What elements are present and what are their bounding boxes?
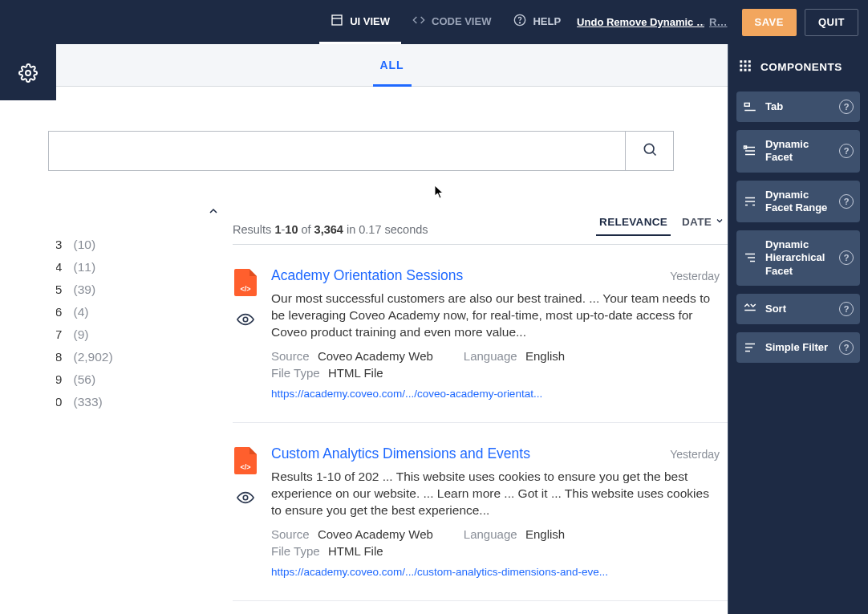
facet-label: 2014	[56, 260, 62, 274]
result-excerpt: Our most successful customers are also o…	[271, 291, 720, 341]
component-dynamic-facet[interactable]: Dynamic Facet ?	[736, 130, 860, 173]
grid-icon	[738, 59, 752, 75]
html-file-icon	[234, 447, 257, 474]
component-dynamic-hierarchical-facet[interactable]: Dynamic Hierarchical Facet ?	[736, 230, 860, 286]
search-button[interactable]	[625, 132, 673, 170]
facet-label: 2018	[56, 350, 62, 364]
chevron-down-icon	[715, 216, 724, 228]
facet-item-2020[interactable]: 2020 (333)	[56, 391, 220, 413]
save-button[interactable]: SAVE	[742, 9, 797, 36]
component-label: Sort	[765, 303, 831, 315]
facet-item-2017[interactable]: 2017 (9)	[56, 323, 220, 346]
component-help-icon[interactable]: ?	[839, 100, 854, 114]
result-date: Yesterday	[670, 270, 720, 283]
svg-point-8	[243, 495, 248, 500]
components-panel: COMPONENTS Tab ? Dynamic Facet ? Dynamic…	[728, 44, 868, 614]
facet-count: (10)	[73, 238, 95, 252]
results-summary: Results 1-10 of 3,364 in 0.17 seconds	[233, 223, 428, 236]
facet-item-2018[interactable]: 2018 (2,902)	[56, 346, 220, 368]
component-icon	[743, 302, 757, 316]
tab-all-label: ALL	[379, 59, 404, 71]
sort-relevance[interactable]: RELEVANCE	[596, 209, 671, 236]
svg-rect-15	[740, 69, 742, 71]
facet-count: (333)	[73, 395, 102, 409]
facet-year: Year 2013 (10) 2014 (11) 2015 (39) 2016 …	[56, 195, 233, 614]
component-icon	[743, 250, 757, 265]
ui-view-tab[interactable]: UI VIEW	[319, 0, 401, 44]
component-icon	[743, 340, 757, 355]
code-view-icon	[412, 14, 425, 29]
svg-rect-10	[744, 60, 747, 63]
svg-rect-12	[740, 65, 742, 67]
component-help-icon[interactable]: ?	[839, 250, 854, 265]
facet-count: (39)	[73, 283, 95, 297]
component-label: Simple Filter	[765, 341, 831, 354]
code-view-tab[interactable]: CODE VIEW	[401, 0, 502, 44]
facet-label: 2016	[56, 305, 62, 319]
result-url[interactable]: https://academy.coveo.com/.../coveo-acad…	[271, 388, 720, 400]
svg-rect-13	[744, 65, 747, 67]
svg-rect-16	[744, 69, 747, 71]
facet-label: 2019	[56, 372, 62, 387]
undo-link[interactable]: Undo Remove Dynamic …	[572, 0, 704, 44]
redo-link[interactable]: R…	[704, 0, 732, 44]
component-help-icon[interactable]: ?	[839, 340, 854, 355]
html-file-icon	[234, 269, 257, 296]
svg-rect-11	[748, 60, 751, 63]
component-label: Tab	[765, 100, 831, 113]
component-icon	[743, 194, 757, 209]
result-item: Custom Analytics Dimensions and Events Y…	[233, 423, 728, 601]
component-help-icon[interactable]: ?	[839, 302, 854, 316]
component-icon	[743, 100, 757, 114]
svg-line-6	[652, 152, 655, 156]
svg-point-3	[520, 22, 521, 22]
preview-icon[interactable]	[237, 489, 254, 510]
search-icon	[642, 141, 658, 161]
component-help-icon[interactable]: ?	[839, 144, 854, 158]
component-simple-filter[interactable]: Simple Filter ?	[736, 332, 860, 363]
svg-rect-9	[740, 60, 742, 63]
component-label: Dynamic Facet	[765, 138, 831, 165]
facet-label: 2015	[56, 283, 62, 297]
help-label: HELP	[533, 15, 561, 27]
result-excerpt: Results 1-10 of 202 ... This website use…	[271, 469, 720, 519]
preview-icon[interactable]	[237, 311, 254, 331]
component-icon	[743, 144, 757, 158]
quit-button[interactable]: QUIT	[805, 9, 858, 36]
result-date: Yesterday	[670, 448, 720, 461]
ui-view-icon	[331, 14, 343, 29]
results-column: Results 1-10 of 3,364 in 0.17 seconds RE…	[233, 195, 728, 614]
svg-point-7	[243, 317, 248, 322]
help-tab[interactable]: HELP	[502, 0, 572, 44]
tabs-row: ALL	[56, 44, 728, 87]
facet-item-2015[interactable]: 2015 (39)	[56, 279, 220, 301]
sort-date[interactable]: DATE	[679, 209, 728, 236]
result-item: Academy Orientation Sessions Yesterday O…	[233, 245, 728, 423]
sort-date-label: DATE	[682, 216, 712, 228]
component-sort[interactable]: Sort ?	[736, 294, 860, 324]
facet-label: 2020	[56, 395, 62, 409]
component-help-icon[interactable]: ?	[839, 194, 854, 209]
facet-count: (9)	[73, 327, 88, 342]
chevron-up-icon[interactable]	[207, 205, 220, 221]
search-input[interactable]	[49, 132, 625, 170]
facet-item-2016[interactable]: 2016 (4)	[56, 301, 220, 323]
result-title[interactable]: Academy Orientation Sessions	[271, 267, 463, 284]
top-bar: UI VIEW CODE VIEW HELP Undo Remove Dynam…	[0, 0, 868, 44]
result-url[interactable]: https://academy.coveo.com/.../custom-ana…	[271, 566, 720, 578]
tab-all[interactable]: ALL	[56, 44, 728, 86]
facet-item-2013[interactable]: 2013 (10)	[56, 234, 220, 256]
help-icon	[513, 14, 526, 29]
facet-item-2019[interactable]: 2019 (56)	[56, 368, 220, 391]
facet-count: (4)	[73, 305, 88, 319]
facet-count: (11)	[73, 260, 95, 274]
facet-count: (2,902)	[73, 350, 112, 364]
search-box	[48, 131, 674, 171]
svg-rect-17	[748, 69, 751, 71]
code-view-label: CODE VIEW	[432, 15, 491, 27]
facet-count: (56)	[73, 372, 95, 387]
component-tab[interactable]: Tab ?	[736, 91, 860, 122]
facet-item-2014[interactable]: 2014 (11)	[56, 256, 220, 279]
component-dynamic-facet-range[interactable]: Dynamic Facet Range ?	[736, 181, 860, 223]
result-title[interactable]: Custom Analytics Dimensions and Events	[271, 445, 530, 462]
